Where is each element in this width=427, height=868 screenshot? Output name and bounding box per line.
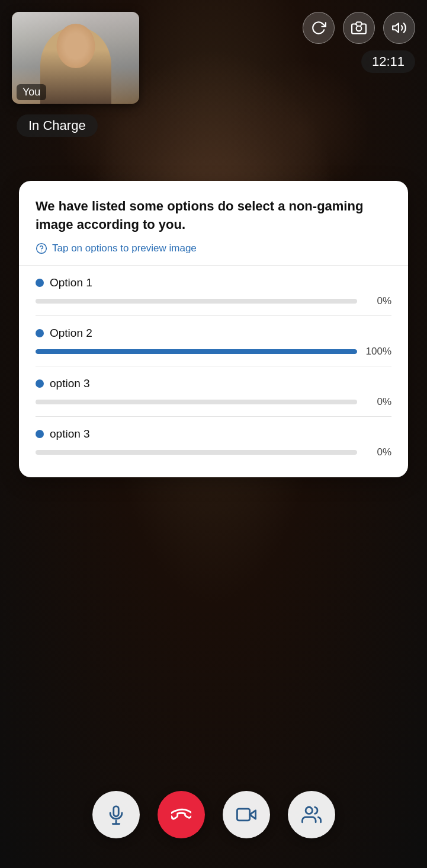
svg-marker-1 xyxy=(393,23,399,32)
option-3-dot xyxy=(36,379,44,388)
svg-point-2 xyxy=(37,243,47,253)
self-video[interactable]: You xyxy=(12,12,139,104)
svg-rect-4 xyxy=(113,806,118,816)
option-1-pct: 0% xyxy=(364,295,391,307)
time-badge: 12:11 xyxy=(361,50,415,73)
poll-option-4[interactable]: option 3 0% xyxy=(36,417,391,461)
camera-flip-button[interactable] xyxy=(343,12,375,44)
in-charge-label: In Charge xyxy=(17,114,98,137)
end-call-icon xyxy=(171,805,191,825)
option-1-dot xyxy=(36,279,44,287)
poll-option-2[interactable]: Option 2 100% xyxy=(36,316,391,366)
mic-button[interactable] xyxy=(92,791,140,838)
top-icon-group xyxy=(303,12,415,44)
end-call-button[interactable] xyxy=(158,791,205,838)
option-3-progress-row: 0% xyxy=(36,396,391,408)
option-4-label: option 3 xyxy=(36,427,391,441)
poll-option-1[interactable]: Option 1 0% xyxy=(36,266,391,316)
svg-marker-7 xyxy=(249,810,255,819)
poll-hint-text: Tap on options to preview image xyxy=(52,242,197,254)
refresh-button[interactable] xyxy=(303,12,335,44)
help-icon xyxy=(36,242,47,254)
option-3-progress-bg xyxy=(36,400,357,404)
refresh-icon xyxy=(311,20,326,36)
poll-title: We have listed some options do select a … xyxy=(36,197,391,234)
svg-rect-8 xyxy=(237,809,249,821)
poll-option-3[interactable]: option 3 0% xyxy=(36,366,391,417)
option-1-progress-row: 0% xyxy=(36,295,391,307)
option-2-dot xyxy=(36,329,44,337)
option-2-progress-fill xyxy=(36,349,357,354)
option-4-progress-bg xyxy=(36,450,357,455)
bottom-controls xyxy=(0,791,427,838)
poll-card: We have listed some options do select a … xyxy=(19,181,408,477)
option-3-pct: 0% xyxy=(364,396,391,408)
poll-hint: Tap on options to preview image xyxy=(36,242,391,254)
option-4-dot xyxy=(36,430,44,438)
video-icon xyxy=(236,805,256,825)
video-button[interactable] xyxy=(223,791,270,838)
svg-point-9 xyxy=(306,807,312,813)
option-2-progress-bg xyxy=(36,349,357,354)
participants-icon xyxy=(301,805,322,825)
option-4-pct: 0% xyxy=(364,446,391,458)
participants-button[interactable] xyxy=(288,791,335,838)
volume-icon xyxy=(391,20,407,36)
volume-button[interactable] xyxy=(383,12,415,44)
option-2-pct: 100% xyxy=(364,346,391,358)
camera-flip-icon xyxy=(351,20,367,36)
svg-point-0 xyxy=(357,26,362,31)
option-2-progress-row: 100% xyxy=(36,346,391,358)
option-4-progress-row: 0% xyxy=(36,446,391,458)
self-video-label: You xyxy=(17,84,46,100)
option-2-label: Option 2 xyxy=(36,327,391,340)
option-1-progress-bg xyxy=(36,299,357,304)
option-3-label: option 3 xyxy=(36,377,391,390)
mic-icon xyxy=(106,805,126,825)
option-1-label: Option 1 xyxy=(36,276,391,289)
